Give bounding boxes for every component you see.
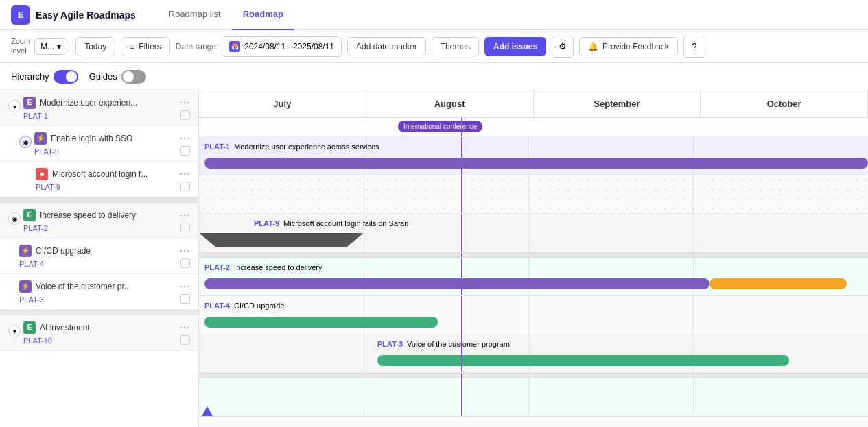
col-div-plat2-2: [528, 258, 529, 295]
tab-roadmap[interactable]: Roadmap: [232, 0, 294, 30]
issue-menu-plat2[interactable]: ⋯: [179, 208, 190, 221]
col-div-plat3-1: [364, 334, 364, 372]
col-div-plat9-3: [693, 214, 694, 252]
guides-toggle[interactable]: ✕: [121, 70, 146, 84]
tab-roadmap-list[interactable]: Roadmap list: [158, 0, 232, 30]
gantt-row-plat3: PLAT-3 Voice of the customer program: [199, 334, 868, 373]
gantt-row-plat2: PLAT-2 Increase speed to delivery: [199, 258, 868, 296]
hierarchy-label: Hierarchy: [11, 71, 49, 82]
sub-header: Hierarchy Guides ✕: [0, 63, 868, 90]
issue-checkbox-plat4[interactable]: [180, 258, 190, 268]
filters-button[interactable]: ≡ Filters: [121, 37, 170, 56]
sidebar-row-plat5: ◉ ⚡ Enable login with SSO ⋯ PLAT-5: [0, 126, 198, 162]
filter-icon: ≡: [130, 42, 134, 51]
issue-checkbox-plat1[interactable]: [180, 110, 190, 120]
issue-link-plat9[interactable]: PLAT-9: [36, 183, 60, 191]
settings-button[interactable]: ⚙: [552, 36, 574, 58]
month-august: August: [366, 90, 534, 117]
vline-plat1: [461, 137, 462, 175]
bar-title-plat1: Modernize user experience across service…: [234, 143, 379, 151]
app-name: Easy Agile Roadmaps: [36, 10, 136, 21]
col-div-plat3-2: [528, 334, 529, 372]
calendar-icon: 📅: [229, 41, 240, 52]
collapse-button-plat1[interactable]: ▾: [8, 100, 21, 112]
provide-feedback-button[interactable]: 🔔 Provide Feedback: [579, 37, 678, 56]
issue-menu-plat4[interactable]: ⋯: [179, 244, 190, 257]
collapse-button-plat2[interactable]: ◉: [8, 212, 21, 225]
col-div-plat10-1: [364, 378, 364, 416]
col-div-plat4-1: [364, 296, 364, 334]
themes-button[interactable]: Themes: [432, 37, 479, 56]
bar-link-plat1[interactable]: PLAT-1: [204, 143, 230, 151]
bar-plat3[interactable]: [377, 355, 789, 366]
col-div-plat2-1: [364, 258, 364, 295]
collapse-button-plat5[interactable]: ◉: [19, 136, 32, 148]
bar-link-plat4[interactable]: PLAT-4: [204, 302, 230, 310]
bar-title-plat4: CI/CD upgrade: [234, 302, 284, 310]
app-logo: E Easy Agile Roadmaps: [11, 5, 136, 25]
dotted-bg-plat5: [199, 175, 868, 213]
issue-title-plat4: CI/CD upgrade: [36, 246, 175, 256]
vline-plat9: [461, 214, 462, 252]
help-button[interactable]: ?: [683, 36, 705, 58]
bar-plat9[interactable]: [199, 233, 364, 247]
bar-link-plat2[interactable]: PLAT-2: [204, 263, 230, 271]
today-button[interactable]: Today: [75, 37, 115, 56]
sidebar-separator-2: [0, 310, 198, 315]
issue-menu-plat10[interactable]: ⋯: [179, 321, 190, 334]
zoom-select[interactable]: M... ▾: [34, 38, 67, 55]
bar-link-plat3[interactable]: PLAT-3: [377, 340, 403, 348]
help-icon: ?: [692, 41, 697, 52]
add-issues-button[interactable]: Add issues: [484, 37, 546, 56]
gantt-row-plat5: [199, 175, 868, 214]
issue-menu-plat1[interactable]: ⋯: [179, 96, 190, 109]
issue-menu-plat5[interactable]: ⋯: [179, 132, 190, 145]
issue-title-plat3: Voice of the customer pr...: [36, 282, 175, 291]
vline-plat4: [461, 296, 462, 334]
hierarchy-toggle-knob: [66, 71, 77, 82]
issue-title-plat5: Enable login with SSO: [51, 134, 175, 143]
gantt-chart: July August September October Internatio…: [199, 90, 868, 427]
add-date-marker-button[interactable]: Add date marker: [347, 37, 426, 56]
issue-checkbox-plat10[interactable]: [180, 335, 190, 345]
zoom-section: Zoom level M... ▾: [11, 37, 67, 55]
issue-link-plat1[interactable]: PLAT-1: [23, 112, 48, 120]
conference-marker: International conference: [398, 121, 482, 131]
bar-plat4[interactable]: [204, 317, 438, 328]
vline-sep1: [461, 253, 462, 257]
bar-plat2-orange[interactable]: [709, 278, 847, 289]
issue-checkbox-plat3[interactable]: [180, 294, 190, 304]
date-range-picker[interactable]: 📅 2024/08/11 - 2025/08/11: [222, 36, 342, 57]
issue-title-plat10: AI investment: [40, 323, 175, 332]
issue-link-plat3[interactable]: PLAT-3: [19, 295, 44, 304]
gantt-row-plat9: PLAT-9 Microsoft account login fails on …: [199, 214, 868, 252]
bug-icon: ■: [36, 168, 48, 180]
issue-link-plat10[interactable]: PLAT-10: [23, 337, 52, 345]
issue-checkbox-plat5[interactable]: [180, 146, 190, 156]
bar-label-plat4: PLAT-4 CI/CD upgrade: [204, 302, 284, 310]
month-july: July: [199, 90, 366, 117]
issue-menu-plat3[interactable]: ⋯: [179, 280, 190, 293]
bar-label-plat1: PLAT-1 Modernize user experience across …: [204, 143, 379, 151]
hierarchy-toggle[interactable]: [54, 70, 78, 84]
collapse-button-plat10[interactable]: ▾: [8, 325, 21, 337]
issue-checkbox-plat2[interactable]: [180, 223, 190, 232]
gantt-body: PLAT-1 Modernize user experience across …: [199, 137, 868, 417]
gantt-separator-2: [199, 373, 868, 378]
month-october: October: [701, 90, 868, 117]
date-range-label: Date range: [176, 42, 216, 51]
issue-checkbox-plat9[interactable]: [180, 182, 190, 191]
app-header: E Easy Agile Roadmaps Roadmap list Roadm…: [0, 0, 868, 30]
bar-plat2-purple[interactable]: [204, 278, 709, 289]
issue-menu-plat9[interactable]: ⋯: [179, 167, 190, 180]
issue-link-plat5[interactable]: PLAT-5: [34, 147, 59, 156]
vline-sep2: [461, 374, 462, 378]
story-icon-plat3: ⚡: [19, 280, 32, 293]
conference-marker-row: International conference: [199, 118, 868, 137]
issue-link-plat4[interactable]: PLAT-4: [19, 260, 44, 268]
col-div-plat10-2: [528, 378, 529, 416]
bar-link-plat9[interactable]: PLAT-9: [254, 219, 279, 228]
bar-plat1[interactable]: [204, 158, 868, 169]
sidebar-group-plat1: ▾ E Modernize user experien... ⋯ PLAT-1: [0, 90, 198, 126]
issue-link-plat2[interactable]: PLAT-2: [23, 224, 48, 232]
